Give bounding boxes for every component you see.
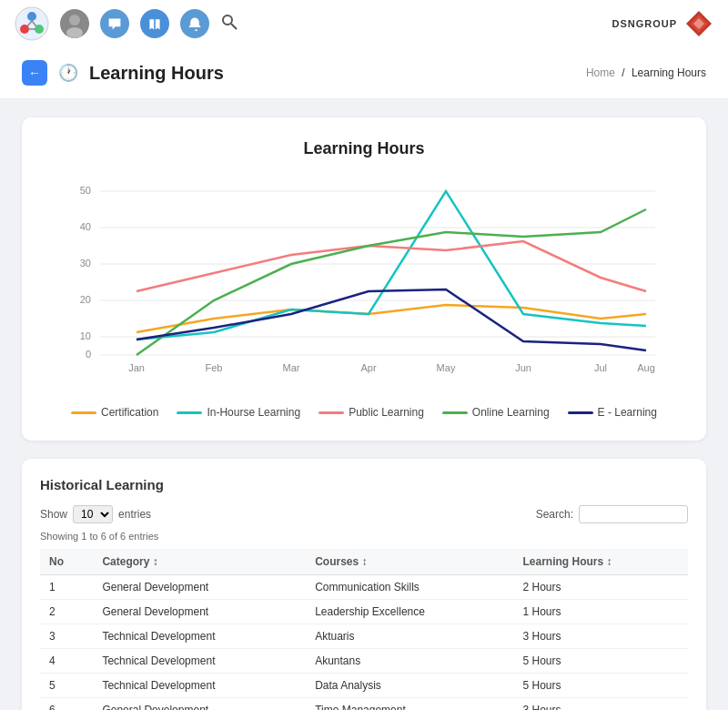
col-category[interactable]: Category ↕: [93, 549, 306, 575]
col-no: No: [40, 549, 93, 575]
cell-hours: 3 Hours: [514, 624, 689, 649]
legend-online: Online Learning: [442, 406, 550, 419]
col-hours[interactable]: Learning Hours ↕: [514, 549, 689, 575]
online-label: Online Learning: [472, 406, 550, 419]
chart-card: Learning Hours 50 40 30 20 10 0 Jan Feb: [22, 117, 706, 441]
cell-category: Technical Development: [93, 649, 306, 674]
cell-no: 5: [40, 674, 93, 698]
table-header: No Category ↕ Courses ↕ Learning Hours ↕: [40, 549, 688, 575]
legend-elearning: E - Learning: [568, 406, 657, 419]
table-row: 3 Technical Development Aktuaris 3 Hours: [40, 624, 688, 649]
svg-text:May: May: [437, 362, 456, 373]
page-header-left: ← 🕐 Learning Hours: [22, 60, 224, 86]
svg-text:50: 50: [80, 185, 91, 196]
chart-container: 50 40 30 20 10 0 Jan Feb Mar Apr May Jun…: [44, 173, 684, 395]
brand-diamond-icon: [684, 9, 713, 38]
chat-icon[interactable]: [100, 9, 129, 38]
inhouse-label: In-Hourse Learning: [207, 406, 300, 419]
svg-text:0: 0: [86, 349, 91, 360]
svg-point-8: [66, 27, 83, 38]
legend-certification: Certification: [71, 406, 158, 419]
show-entries: Show 10 25 50 entries: [40, 505, 151, 523]
svg-text:20: 20: [80, 294, 91, 305]
cell-category: Technical Development: [93, 624, 306, 649]
page-header: ← 🕐 Learning Hours Home / Learning Hours: [0, 47, 728, 99]
search-label: Search:: [536, 508, 573, 521]
table-showing-info: Showing 1 to 6 of 6 entries: [40, 531, 688, 542]
svg-point-1: [27, 12, 36, 21]
elearning-label: E - Learning: [598, 406, 657, 419]
legend-public: Public Learning: [318, 406, 424, 419]
table-row: 5 Technical Development Data Analysis 5 …: [40, 674, 688, 698]
breadcrumb-home[interactable]: Home: [586, 66, 615, 79]
cell-no: 1: [40, 575, 93, 600]
svg-point-9: [223, 15, 232, 25]
cell-hours: 1 Hours: [514, 600, 689, 624]
cell-courses: Leadership Excellence: [306, 600, 513, 624]
entries-select[interactable]: 10 25 50: [73, 505, 113, 523]
svg-text:10: 10: [80, 330, 91, 341]
cell-courses: Communication Skills: [306, 575, 513, 600]
svg-text:Mar: Mar: [283, 362, 300, 373]
table-row: 4 Technical Development Akuntans 5 Hours: [40, 649, 688, 674]
cell-category: General Development: [93, 600, 306, 624]
table-card: Historical Learning Show 10 25 50 entrie…: [22, 459, 706, 710]
cell-courses: Akuntans: [306, 649, 513, 674]
cell-category: General Development: [93, 575, 306, 600]
inhouse-dot: [177, 411, 202, 414]
cell-hours: 5 Hours: [514, 674, 689, 698]
table-row: 2 General Development Leadership Excelle…: [40, 600, 688, 624]
brand-text: DSNGROUP: [612, 18, 677, 29]
col-courses[interactable]: Courses ↕: [306, 549, 513, 575]
cell-no: 2: [40, 600, 93, 624]
svg-text:Feb: Feb: [206, 362, 223, 373]
top-nav: DSNGROUP: [0, 0, 728, 47]
cell-no: 3: [40, 624, 93, 649]
clock-icon: 🕐: [58, 63, 78, 83]
svg-text:Jun: Jun: [515, 362, 531, 373]
chart-title: Learning Hours: [44, 139, 684, 158]
svg-text:Aug: Aug: [637, 362, 655, 373]
nav-left: [15, 6, 238, 41]
back-button[interactable]: ←: [22, 60, 47, 86]
show-label: Show: [40, 508, 67, 521]
cell-courses: Aktuaris: [306, 624, 513, 649]
history-table: No Category ↕ Courses ↕ Learning Hours ↕…: [40, 549, 688, 710]
breadcrumb: Home / Learning Hours: [586, 66, 706, 79]
book-icon[interactable]: [140, 9, 169, 38]
cell-category: Technical Development: [93, 674, 306, 698]
chart-svg: 50 40 30 20 10 0 Jan Feb Mar Apr May Jun…: [44, 173, 684, 391]
table-section-title: Historical Learning: [40, 477, 688, 492]
cell-hours: 3 Hours: [514, 698, 689, 711]
svg-text:40: 40: [80, 221, 91, 232]
bell-icon[interactable]: [180, 9, 209, 38]
cell-courses: Data Analysis: [306, 674, 513, 698]
breadcrumb-separator: /: [622, 66, 628, 79]
main-content: Learning Hours 50 40 30 20 10 0 Jan Feb: [0, 99, 728, 710]
breadcrumb-current: Learning Hours: [632, 66, 706, 79]
certification-dot: [71, 411, 96, 414]
logo-icon: [15, 6, 49, 41]
cell-courses: Time Management: [306, 698, 513, 711]
svg-line-10: [231, 24, 237, 29]
table-row: 6 General Development Time Management 3 …: [40, 698, 688, 711]
cell-category: General Development: [93, 698, 306, 711]
search-input[interactable]: [579, 505, 688, 523]
cell-hours: 2 Hours: [514, 575, 689, 600]
cell-no: 4: [40, 649, 93, 674]
search-button[interactable]: [220, 13, 238, 36]
svg-text:Apr: Apr: [360, 362, 376, 373]
page-title: Learning Hours: [89, 63, 224, 84]
table-row: 1 General Development Communication Skil…: [40, 575, 688, 600]
svg-point-7: [69, 15, 80, 25]
avatar-icon[interactable]: [60, 9, 89, 38]
elearning-dot: [568, 411, 593, 414]
nav-right: DSNGROUP: [612, 9, 713, 38]
table-controls: Show 10 25 50 entries Search:: [40, 505, 688, 523]
cell-hours: 5 Hours: [514, 649, 689, 674]
svg-text:Jan: Jan: [128, 362, 145, 373]
svg-text:Jul: Jul: [594, 362, 607, 373]
svg-text:30: 30: [80, 258, 91, 269]
cell-no: 6: [40, 698, 93, 711]
public-label: Public Learning: [349, 406, 424, 419]
